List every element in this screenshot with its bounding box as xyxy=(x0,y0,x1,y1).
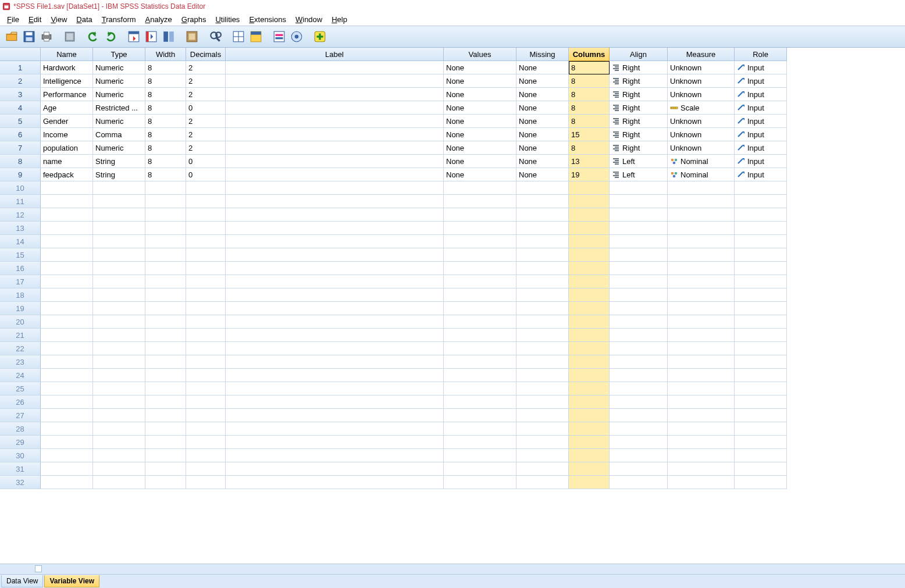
cell-decimals[interactable]: 2 xyxy=(186,141,226,155)
cell-empty[interactable] xyxy=(145,288,186,302)
cell-name[interactable]: Age xyxy=(41,101,93,115)
cell-empty[interactable] xyxy=(569,302,610,315)
cell-empty[interactable] xyxy=(610,262,668,275)
cell-missing[interactable]: None xyxy=(516,168,569,181)
cell-role[interactable]: Input xyxy=(735,74,787,88)
cell-empty[interactable] xyxy=(93,315,145,329)
cell-empty[interactable] xyxy=(668,436,735,449)
row-header[interactable]: 13 xyxy=(0,222,41,235)
cell-role[interactable]: Input xyxy=(735,115,787,128)
row-header[interactable]: 24 xyxy=(0,369,41,382)
cell-empty[interactable] xyxy=(516,315,569,329)
cell-empty[interactable] xyxy=(569,222,610,235)
cell-name[interactable]: population xyxy=(41,141,93,155)
cell-empty[interactable] xyxy=(41,342,93,355)
cell-empty[interactable] xyxy=(610,181,668,195)
grid-corner[interactable] xyxy=(0,48,41,61)
cell-empty[interactable] xyxy=(41,208,93,222)
cell-empty[interactable] xyxy=(516,355,569,369)
cell-empty[interactable] xyxy=(226,262,444,275)
cell-empty[interactable] xyxy=(610,462,668,476)
cell-empty[interactable] xyxy=(226,329,444,342)
cell-empty[interactable] xyxy=(735,208,787,222)
select-icon[interactable] xyxy=(271,28,287,45)
cell-empty[interactable] xyxy=(145,195,186,208)
cell-role[interactable]: Input xyxy=(735,141,787,155)
cell-empty[interactable] xyxy=(516,462,569,476)
cell-empty[interactable] xyxy=(226,422,444,436)
cell-empty[interactable] xyxy=(735,302,787,315)
menu-data[interactable]: Data xyxy=(72,14,97,25)
cell-empty[interactable] xyxy=(41,369,93,382)
cell-name[interactable]: Gender xyxy=(41,115,93,128)
cell-empty[interactable] xyxy=(41,248,93,262)
cell-empty[interactable] xyxy=(186,355,226,369)
row-header[interactable]: 1 xyxy=(0,61,41,74)
cell-empty[interactable] xyxy=(93,248,145,262)
cell-width[interactable]: 8 xyxy=(145,168,186,181)
cell-empty[interactable] xyxy=(668,462,735,476)
menu-help[interactable]: Help xyxy=(327,14,352,25)
cell-columns[interactable]: 8 xyxy=(569,74,610,88)
cell-empty[interactable] xyxy=(668,208,735,222)
cell-empty[interactable] xyxy=(735,422,787,436)
cell-empty[interactable] xyxy=(444,422,516,436)
cell-role[interactable]: Input xyxy=(735,101,787,115)
cell-empty[interactable] xyxy=(93,409,145,422)
cell-values[interactable]: None xyxy=(444,88,516,101)
cell-empty[interactable] xyxy=(186,262,226,275)
cell-empty[interactable] xyxy=(186,275,226,288)
cell-empty[interactable] xyxy=(444,195,516,208)
cell-decimals[interactable]: 0 xyxy=(186,155,226,168)
cell-empty[interactable] xyxy=(444,476,516,489)
cell-empty[interactable] xyxy=(569,235,610,248)
menu-graphs[interactable]: Graphs xyxy=(177,14,211,25)
cell-empty[interactable] xyxy=(41,422,93,436)
cell-empty[interactable] xyxy=(668,449,735,462)
cell-empty[interactable] xyxy=(735,275,787,288)
cell-align[interactable]: Right xyxy=(610,141,668,155)
cell-empty[interactable] xyxy=(569,355,610,369)
cell-empty[interactable] xyxy=(610,436,668,449)
cell-empty[interactable] xyxy=(569,288,610,302)
cell-name[interactable]: Performance xyxy=(41,88,93,101)
cell-empty[interactable] xyxy=(145,382,186,395)
cell-empty[interactable] xyxy=(516,369,569,382)
cell-empty[interactable] xyxy=(735,369,787,382)
cell-empty[interactable] xyxy=(226,382,444,395)
cell-role[interactable]: Input xyxy=(735,61,787,74)
cell-align[interactable]: Right xyxy=(610,128,668,141)
menu-view[interactable]: View xyxy=(46,14,72,25)
cell-label[interactable] xyxy=(226,155,444,168)
cell-empty[interactable] xyxy=(226,449,444,462)
cell-empty[interactable] xyxy=(444,382,516,395)
cell-empty[interactable] xyxy=(444,288,516,302)
cell-empty[interactable] xyxy=(569,409,610,422)
cell-empty[interactable] xyxy=(668,248,735,262)
cell-empty[interactable] xyxy=(735,382,787,395)
cell-empty[interactable] xyxy=(186,248,226,262)
cell-type[interactable]: Comma xyxy=(93,128,145,141)
cell-empty[interactable] xyxy=(735,342,787,355)
cell-empty[interactable] xyxy=(145,275,186,288)
cell-empty[interactable] xyxy=(610,449,668,462)
cell-empty[interactable] xyxy=(226,275,444,288)
cell-empty[interactable] xyxy=(41,395,93,409)
cell-empty[interactable] xyxy=(610,275,668,288)
row-header[interactable]: 27 xyxy=(0,409,41,422)
cell-empty[interactable] xyxy=(569,208,610,222)
row-header[interactable]: 10 xyxy=(0,181,41,195)
row-header[interactable]: 14 xyxy=(0,235,41,248)
cell-align[interactable]: Right xyxy=(610,74,668,88)
cell-empty[interactable] xyxy=(569,422,610,436)
cell-empty[interactable] xyxy=(186,315,226,329)
cell-empty[interactable] xyxy=(516,395,569,409)
cell-type[interactable]: Numeric xyxy=(93,74,145,88)
cell-empty[interactable] xyxy=(668,235,735,248)
cell-empty[interactable] xyxy=(186,382,226,395)
cell-empty[interactable] xyxy=(41,329,93,342)
cell-decimals[interactable]: 2 xyxy=(186,128,226,141)
cell-empty[interactable] xyxy=(610,355,668,369)
cell-empty[interactable] xyxy=(186,409,226,422)
cell-measure[interactable]: Nominal xyxy=(668,168,735,181)
